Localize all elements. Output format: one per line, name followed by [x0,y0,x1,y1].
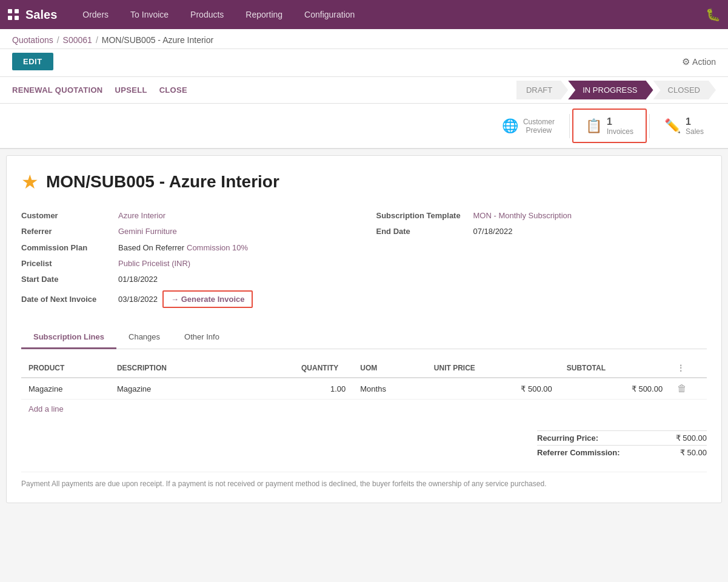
row-uom: Months [353,378,427,400]
commission-plan-link[interactable]: Commission 10% [187,243,248,252]
divider-2 [649,114,650,138]
col-header-description: Description [110,359,294,378]
svg-rect-1 [15,9,19,13]
end-date-field: End Date 07/18/2022 [376,224,707,239]
gear-icon: ⚙ [682,56,690,67]
main-content: ★ MON/SUB005 - Azure Interior Customer A… [6,155,722,503]
breadcrumb-quotations[interactable]: Quotations [12,35,53,45]
step-in-progress[interactable]: IN PROGRESS [568,81,653,99]
debug-icon[interactable]: 🐛 [706,7,721,22]
app-title: Sales [25,8,57,22]
pricelist-field: Pricelist Public Pricelist (INR) [21,256,352,272]
step-closed[interactable]: CLOSED [653,81,716,99]
status-bar: RENEWAL QUOTATION UPSELL CLOSE DRAFT IN … [0,77,728,104]
form-right-column: Subscription Template MON - Monthly Subs… [376,208,707,312]
next-invoice-date-field: Date of Next Invoice 03/18/2022 → Genera… [21,287,352,312]
breadcrumb-s00061[interactable]: S00061 [63,35,92,45]
edit-icon: ✏️ [664,118,681,134]
upsell-button[interactable]: UPSELL [115,85,147,95]
recurring-price-value: ₹ 500.00 [676,433,707,443]
totals-table: Recurring Price: ₹ 500.00 Referrer Commi… [537,430,707,460]
form-left-column: Customer Azure Interior Referrer Gemini … [21,208,352,312]
row-quantity: 1.00 [294,378,353,400]
status-actions: RENEWAL QUOTATION UPSELL CLOSE [12,85,187,95]
commission-plan-field: Commission Plan Based On Referrer Commis… [21,239,352,256]
referrer-value[interactable]: Gemini Furniture [118,227,177,236]
invoices-count: 1 [607,116,612,127]
row-description: Magazine [110,378,294,400]
table-row: Magazine Magazine 1.00 Months ₹ 500.00 ₹… [21,378,707,400]
form-grid: Customer Azure Interior Referrer Gemini … [21,208,707,312]
pricelist-value[interactable]: Public Pricelist (INR) [118,259,190,268]
column-settings[interactable]: ⋮ [677,364,684,372]
col-header-uom: UoM [353,359,427,378]
next-invoice-date-value: 03/18/2022 [118,295,158,304]
generate-invoice-button[interactable]: → Generate Invoice [162,290,253,308]
subscription-lines-table: Product Description Quantity UoM Unit Pr… [21,359,707,400]
close-button[interactable]: CLOSE [159,85,187,95]
svg-rect-3 [15,16,19,20]
end-date-value: 07/18/2022 [473,227,513,236]
col-header-quantity: Quantity [294,359,353,378]
delete-row-icon[interactable]: 🗑 [677,383,687,393]
col-header-subtotal: Subtotal [559,359,670,378]
svg-rect-2 [8,16,12,20]
referrer-field: Referrer Gemini Furniture [21,224,352,239]
sales-count: 1 [686,116,691,127]
referrer-commission-row: Referrer Commission: ₹ 50.00 [537,445,707,460]
step-draft[interactable]: DRAFT [516,81,568,99]
tab-changes[interactable]: Changes [116,326,172,349]
invoice-icon: 📋 [586,118,602,134]
divider-1 [569,114,570,138]
action-menu[interactable]: ⚙ Action [682,56,716,67]
sales-button[interactable]: ✏️ 1 Sales [652,110,716,142]
svg-rect-0 [8,9,12,13]
breadcrumb-sep-2: / [96,35,98,45]
action-bar: EDIT ⚙ Action [0,49,728,77]
action-label: Action [692,57,716,67]
favorite-star[interactable]: ★ [21,170,39,193]
invoices-label: Invoices [607,127,633,136]
grid-menu-icon[interactable] [7,8,19,21]
recurring-price-label: Recurring Price: [537,433,598,443]
breadcrumb-sep-1: / [57,35,59,45]
record-title: MON/SUB005 - Azure Interior [46,172,279,192]
row-product: Magazine [21,378,110,400]
breadcrumb: Quotations / S00061 / MON/SUB005 - Azure… [0,29,728,49]
customer-value[interactable]: Azure Interior [118,211,165,220]
col-settings-icon[interactable]: ⋮ [670,359,707,378]
nav-products[interactable]: Products [179,0,235,29]
subscription-template-value[interactable]: MON - Monthly Subscription [473,211,572,220]
main-nav: Orders To Invoice Products Reporting Con… [72,0,706,29]
subscription-template-field: Subscription Template MON - Monthly Subs… [376,208,707,224]
add-line-area: Add a line [21,400,707,418]
status-steps: DRAFT IN PROGRESS CLOSED [516,81,716,99]
globe-icon: 🌐 [502,118,518,134]
nav-reporting[interactable]: Reporting [235,0,293,29]
totals-section: Recurring Price: ₹ 500.00 Referrer Commi… [21,430,707,460]
recurring-price-row: Recurring Price: ₹ 500.00 [537,430,707,445]
sales-label: Sales [686,127,704,136]
customer-preview-button[interactable]: 🌐 CustomerPreview [490,112,567,141]
record-header: ★ MON/SUB005 - Azure Interior [21,170,707,193]
renewal-quotation-button[interactable]: RENEWAL QUOTATION [12,85,103,95]
start-date-value: 01/18/2022 [118,275,158,284]
referrer-commission-value: ₹ 50.00 [680,448,707,457]
referrer-commission-label: Referrer Commission: [537,448,620,457]
start-date-field: Start Date 01/18/2022 [21,272,352,287]
tab-other-info[interactable]: Other Info [172,326,232,349]
row-subtotal: ₹ 500.00 [559,378,670,400]
nav-configuration[interactable]: Configuration [293,0,366,29]
commission-plan-plain: Based On Referrer [118,243,184,252]
smart-buttons-bar: 🌐 CustomerPreview 📋 1 Invoices ✏️ 1 Sale… [0,104,728,149]
invoices-button[interactable]: 📋 1 Invoices [572,109,647,143]
edit-button[interactable]: EDIT [12,53,53,70]
breadcrumb-current: MON/SUB005 - Azure Interior [102,35,213,45]
tab-subscription-lines[interactable]: Subscription Lines [21,326,116,349]
tabs: Subscription Lines Changes Other Info [21,326,707,349]
nav-to-invoice[interactable]: To Invoice [119,0,179,29]
customer-field: Customer Azure Interior [21,208,352,224]
row-delete[interactable]: 🗑 [670,378,707,400]
nav-orders[interactable]: Orders [72,0,119,29]
add-line-button[interactable]: Add a line [21,400,71,418]
